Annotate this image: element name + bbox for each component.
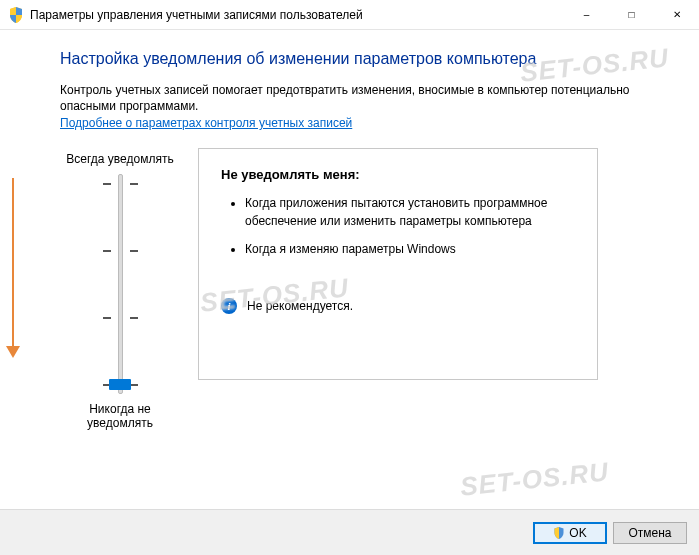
slider-section: Всегда уведомлять Никогда не уведомлять … — [60, 148, 659, 438]
ok-button-label: OK — [569, 526, 586, 540]
minimize-button[interactable]: – — [564, 0, 609, 30]
slider-column: Всегда уведомлять Никогда не уведомлять — [60, 148, 180, 438]
close-button[interactable]: ✕ — [654, 0, 699, 30]
cancel-button[interactable]: Отмена — [613, 522, 687, 544]
maximize-button[interactable]: □ — [609, 0, 654, 30]
annotation-arrow — [12, 178, 14, 348]
description-title: Не уведомлять меня: — [221, 167, 575, 182]
recommendation-row: i Не рекомендуется. — [221, 298, 575, 314]
description-list: Когда приложения пытаются установить про… — [221, 194, 575, 258]
slider-thumb[interactable] — [109, 379, 131, 390]
intro-text: Контроль учетных записей помогает предот… — [60, 82, 659, 114]
window-title: Параметры управления учетными записями п… — [30, 8, 564, 22]
uac-shield-icon — [8, 7, 24, 23]
list-item: Когда приложения пытаются установить про… — [245, 194, 575, 230]
info-icon: i — [221, 298, 237, 314]
watermark: SET-OS.RU — [459, 456, 611, 502]
slider-label-never: Никогда не уведомлять — [60, 402, 180, 430]
cancel-button-label: Отмена — [628, 526, 671, 540]
page-heading: Настройка уведомления об изменении парам… — [60, 50, 659, 68]
recommendation-text: Не рекомендуется. — [247, 299, 353, 313]
slider-label-always: Всегда уведомлять — [60, 152, 180, 166]
slider-track — [118, 174, 123, 394]
uac-slider[interactable] — [60, 174, 180, 394]
learn-more-link[interactable]: Подробнее о параметрах контроля учетных … — [60, 116, 352, 130]
description-panel: Не уведомлять меня: Когда приложения пыт… — [198, 148, 598, 380]
uac-shield-icon — [553, 527, 565, 539]
titlebar: Параметры управления учетными записями п… — [0, 0, 699, 30]
ok-button[interactable]: OK — [533, 522, 607, 544]
content-area: Настройка уведомления об изменении парам… — [0, 30, 699, 448]
list-item: Когда я изменяю параметры Windows — [245, 240, 575, 258]
dialog-footer: OK Отмена — [0, 509, 699, 555]
